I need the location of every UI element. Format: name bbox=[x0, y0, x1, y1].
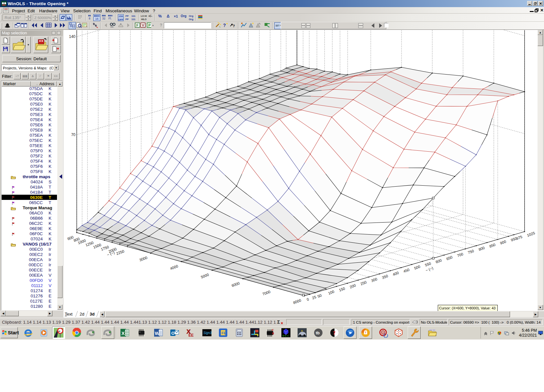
svg-text:100: 100 bbox=[328, 290, 335, 295]
svg-text:150: 150 bbox=[338, 286, 346, 292]
svg-text:500: 500 bbox=[414, 264, 421, 270]
svg-text:IOII..: IOII.. bbox=[110, 26, 114, 28]
svg-text:50: 50 bbox=[317, 294, 322, 299]
svg-text:250: 250 bbox=[360, 280, 367, 286]
svg-text:25: 25 bbox=[312, 295, 317, 300]
svg-text:7: 7 bbox=[333, 330, 335, 336]
svg-text:600: 600 bbox=[435, 258, 442, 264]
svg-text:?: ? bbox=[233, 24, 235, 28]
svg-text:tb: tb bbox=[316, 330, 320, 335]
svg-text:V: V bbox=[142, 23, 144, 27]
svg-text:140: 140 bbox=[69, 34, 75, 39]
svg-text:O: O bbox=[171, 331, 175, 336]
svg-text:550: 550 bbox=[424, 261, 431, 267]
svg-text:5000: 5000 bbox=[200, 273, 210, 279]
svg-text:8000: 8000 bbox=[293, 298, 302, 305]
svg-text:?: ? bbox=[223, 23, 226, 28]
svg-text:70: 70 bbox=[71, 133, 76, 137]
svg-text:650: 650 bbox=[446, 255, 453, 261]
svg-text:400: 400 bbox=[392, 271, 399, 277]
svg-text:Cursor: (X=600, Y=8000), Value: Cursor: (X=600, Y=8000), Value: 43 bbox=[439, 306, 495, 310]
svg-text:850: 850 bbox=[489, 243, 496, 248]
svg-text:2250: 2250 bbox=[116, 249, 125, 256]
svg-text:Sign3: Sign3 bbox=[203, 331, 212, 335]
svg-text:X: X bbox=[121, 330, 125, 336]
svg-text:450: 450 bbox=[403, 268, 410, 273]
svg-text:Σ: Σ bbox=[277, 319, 280, 325]
svg-text:F: F bbox=[272, 329, 274, 332]
svg-text:200: 200 bbox=[349, 283, 356, 289]
svg-text:~ (~): ~ (~) bbox=[107, 250, 115, 257]
svg-text:1025: 1025 bbox=[527, 231, 536, 237]
svg-text:4000: 4000 bbox=[170, 264, 179, 271]
svg-text:∞: ∞ bbox=[58, 329, 61, 333]
svg-text:B: B bbox=[272, 332, 274, 335]
svg-text:900: 900 bbox=[500, 239, 507, 245]
svg-text:M·E·C: M·E·C bbox=[282, 335, 289, 337]
svg-text:800: 800 bbox=[478, 246, 485, 252]
svg-text:~ (~): ~ (~) bbox=[425, 266, 434, 272]
svg-text:3000: 3000 bbox=[139, 256, 148, 262]
svg-text:EE: EE bbox=[188, 333, 194, 338]
svg-text:700: 700 bbox=[457, 252, 464, 258]
svg-text:P: P bbox=[148, 23, 151, 27]
svg-text:975: 975 bbox=[516, 235, 523, 241]
svg-text:750: 750 bbox=[467, 249, 474, 255]
svg-text:6000: 6000 bbox=[231, 281, 240, 288]
svg-text:0: 0 bbox=[306, 297, 310, 301]
svg-text:350: 350 bbox=[381, 274, 389, 280]
svg-text:F: F bbox=[136, 23, 139, 27]
svg-text:7000: 7000 bbox=[262, 290, 271, 296]
svg-text:600: 600 bbox=[67, 235, 74, 241]
svg-text:FE: FE bbox=[221, 331, 226, 335]
svg-text:300: 300 bbox=[371, 277, 378, 283]
